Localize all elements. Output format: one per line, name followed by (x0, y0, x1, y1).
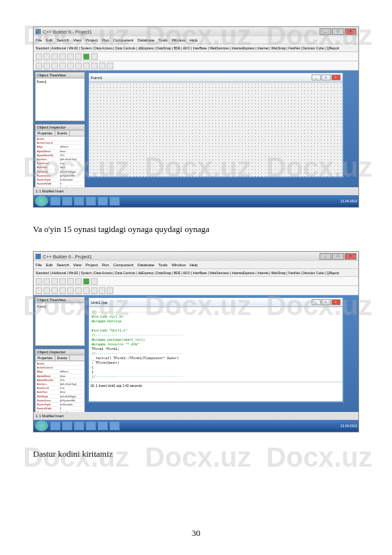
saveall-button[interactable] (59, 53, 66, 60)
tree-item[interactable]: Form1 (37, 305, 46, 308)
task-icon[interactable] (98, 421, 108, 430)
component-icon[interactable] (67, 63, 74, 69)
open-button[interactable] (43, 53, 50, 60)
component-icon[interactable] (91, 287, 98, 294)
tool-button[interactable] (75, 278, 82, 285)
system-tray[interactable]: 21.04.2013 (341, 199, 357, 203)
system-tray[interactable]: 21.04.2013 (341, 424, 357, 428)
component-tabs[interactable]: Standard | Additional | Win32 | System |… (34, 44, 358, 52)
save-button[interactable] (51, 53, 58, 60)
component-icon[interactable] (107, 287, 113, 294)
task-icon[interactable] (50, 196, 61, 206)
pause-button[interactable] (91, 53, 98, 60)
component-icon[interactable] (59, 287, 66, 294)
saveall-button[interactable] (59, 278, 66, 285)
component-icon[interactable] (36, 287, 42, 294)
form-minimize-button[interactable]: _ (312, 74, 321, 80)
code-minimize-button[interactable]: _ (312, 299, 321, 305)
component-icon[interactable] (83, 63, 90, 69)
component-icon[interactable] (51, 63, 58, 69)
task-icon[interactable] (109, 421, 120, 430)
new-button[interactable] (36, 278, 42, 285)
menu-run[interactable]: Run (102, 38, 109, 42)
component-icon[interactable] (75, 287, 82, 294)
component-icon[interactable] (43, 63, 50, 69)
run-button[interactable] (83, 53, 90, 60)
task-icon[interactable] (74, 196, 84, 206)
tab-events[interactable]: Events (55, 355, 70, 361)
code-maximize-button[interactable]: □ (322, 299, 331, 305)
component-icon[interactable] (99, 287, 105, 294)
menu-help[interactable]: Help (190, 38, 198, 42)
task-icon[interactable] (62, 421, 72, 430)
save-button[interactable] (51, 278, 58, 285)
menu-search[interactable]: Search (57, 38, 69, 42)
form-title: Form1 (91, 76, 102, 80)
menu-window[interactable]: Window (171, 38, 185, 42)
menu-file[interactable]: File (36, 263, 42, 267)
component-icon[interactable] (75, 63, 82, 69)
menu-tools[interactable]: Tools (158, 38, 167, 42)
tab-events[interactable]: Events (55, 131, 70, 136)
form-maximize-button[interactable]: □ (322, 74, 331, 80)
task-icon[interactable] (62, 196, 72, 206)
task-icon[interactable] (109, 196, 120, 206)
menu-view[interactable]: View (73, 38, 82, 42)
code-content[interactable]: //--------------------------------------… (89, 307, 343, 382)
task-icon[interactable] (98, 196, 108, 206)
minimize-button[interactable]: _ (320, 253, 331, 260)
component-icon[interactable] (59, 63, 66, 69)
code-close-button[interactable]: × (331, 299, 341, 305)
component-icon[interactable] (43, 287, 50, 294)
close-button[interactable]: × (345, 253, 356, 260)
menu-search[interactable]: Search (57, 263, 69, 267)
tab-properties[interactable]: Properties (36, 355, 55, 361)
menu-database[interactable]: Database (138, 263, 155, 267)
menu-tools[interactable]: Tools (158, 263, 167, 267)
tool-button[interactable] (67, 53, 74, 60)
tool-button[interactable] (75, 53, 82, 60)
component-icon[interactable] (67, 287, 74, 294)
menu-view[interactable]: View (73, 263, 82, 267)
menu-edit[interactable]: Edit (46, 263, 53, 267)
menu-window[interactable]: Window (171, 263, 185, 267)
task-icon[interactable] (86, 421, 96, 430)
tree-content[interactable]: Form1 (36, 78, 84, 85)
component-tabs[interactable]: Standard | Additional | Win32 | System |… (34, 269, 358, 277)
maximize-button[interactable]: □ (332, 253, 344, 260)
menu-run[interactable]: Run (102, 263, 109, 267)
menu-project[interactable]: Project (86, 263, 98, 267)
component-icon[interactable] (91, 63, 98, 69)
tree-item[interactable]: Form1 (37, 80, 46, 84)
menu-database[interactable]: Database (138, 38, 155, 42)
tree-content[interactable]: Form1 (36, 303, 84, 310)
menu-component[interactable]: Component (113, 38, 134, 42)
form-canvas[interactable] (89, 82, 343, 177)
component-icon[interactable] (107, 63, 113, 69)
minimize-button[interactable]: _ (320, 28, 331, 35)
menu-component[interactable]: Component (113, 263, 134, 267)
component-icon[interactable] (36, 63, 42, 69)
task-icon[interactable] (86, 196, 96, 206)
task-icon[interactable] (50, 421, 61, 430)
maximize-button[interactable]: □ (332, 28, 344, 35)
window-title: C++ Builder 6 - Project1 (43, 254, 92, 259)
start-button[interactable] (35, 421, 48, 431)
pause-button[interactable] (91, 278, 98, 285)
component-icon[interactable] (99, 63, 105, 69)
tool-button[interactable] (67, 278, 74, 285)
component-icon[interactable] (83, 287, 90, 294)
menu-help[interactable]: Help (190, 263, 198, 267)
run-button[interactable] (83, 278, 90, 285)
task-icon[interactable] (74, 421, 84, 430)
menu-edit[interactable]: Edit (46, 38, 53, 42)
component-icon[interactable] (51, 287, 58, 294)
start-button[interactable] (35, 196, 48, 206)
open-button[interactable] (43, 278, 50, 285)
close-button[interactable]: × (345, 28, 356, 35)
new-button[interactable] (36, 53, 42, 60)
menu-project[interactable]: Project (86, 38, 98, 42)
menu-file[interactable]: File (36, 38, 42, 42)
form-close-button[interactable]: × (331, 74, 341, 80)
tab-properties[interactable]: Properties (36, 131, 55, 136)
